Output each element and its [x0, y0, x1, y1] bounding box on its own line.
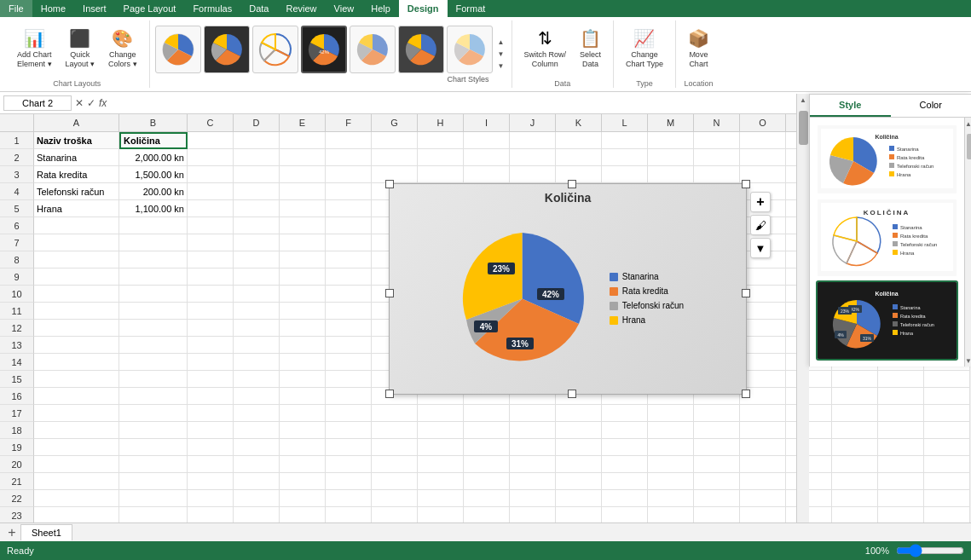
tab-help[interactable]: Help: [362, 0, 399, 17]
cell-d21[interactable]: [234, 473, 280, 490]
add-chart-element-button[interactable]: 📊 Add ChartElement ▾: [12, 25, 57, 72]
cell-g2[interactable]: [372, 149, 418, 166]
cell-c7[interactable]: [188, 234, 234, 251]
cell-c17[interactable]: [188, 405, 234, 422]
cell-d3[interactable]: [234, 166, 280, 183]
cell-n17[interactable]: [694, 405, 740, 422]
row-num-6[interactable]: 6: [0, 217, 34, 234]
cell-h20[interactable]: [418, 456, 464, 473]
handle-bottom-left[interactable]: [385, 390, 394, 398]
cell-b5[interactable]: 1,100.00 kn: [119, 200, 188, 217]
cell-e12[interactable]: [280, 320, 326, 337]
cell-k17[interactable]: [556, 405, 602, 422]
cell-a13[interactable]: [34, 337, 119, 354]
cell-f7[interactable]: [326, 234, 372, 251]
scroll-up-btn[interactable]: ▲: [797, 94, 809, 107]
cell-g1[interactable]: [372, 132, 418, 149]
cell-q17[interactable]: [832, 405, 878, 422]
cell-a14[interactable]: [34, 354, 119, 371]
cell-o2[interactable]: [740, 149, 786, 166]
cell-c9[interactable]: [188, 268, 234, 286]
cell-p20[interactable]: [786, 456, 832, 473]
cell-s21[interactable]: [924, 473, 970, 490]
cell-c6[interactable]: [188, 217, 234, 234]
tab-format[interactable]: Format: [448, 0, 494, 17]
cell-o23[interactable]: [740, 507, 786, 524]
cell-q23[interactable]: [832, 507, 878, 524]
cell-k21[interactable]: [556, 473, 602, 490]
cell-e16[interactable]: [280, 388, 326, 405]
col-header-b[interactable]: B: [119, 114, 188, 131]
cell-a6[interactable]: [34, 217, 119, 234]
scrollbar-track[interactable]: [797, 107, 809, 541]
handle-top-left[interactable]: [385, 180, 394, 188]
cell-q21[interactable]: [832, 473, 878, 490]
cell-d20[interactable]: [234, 456, 280, 473]
cell-c23[interactable]: [188, 507, 234, 524]
cell-f1[interactable]: [326, 132, 372, 149]
cell-d4[interactable]: [234, 183, 280, 200]
cell-g17[interactable]: [372, 405, 418, 422]
cell-e22[interactable]: [280, 490, 326, 507]
row-num-10[interactable]: 10: [0, 286, 34, 303]
col-header-o[interactable]: O: [740, 114, 786, 131]
row-num-17[interactable]: 17: [0, 405, 34, 422]
col-header-d[interactable]: D: [234, 114, 280, 131]
cell-b6[interactable]: [119, 217, 188, 234]
cell-e6[interactable]: [280, 217, 326, 234]
cell-d2[interactable]: [234, 149, 280, 166]
cell-s20[interactable]: [924, 456, 970, 473]
cell-c10[interactable]: [188, 286, 234, 303]
tab-view[interactable]: View: [326, 0, 363, 17]
cell-j20[interactable]: [510, 456, 556, 473]
cell-j17[interactable]: [510, 405, 556, 422]
chart-style-2[interactable]: [204, 26, 250, 73]
cell-a20[interactable]: [34, 456, 119, 473]
cell-a5[interactable]: Hrana: [34, 200, 119, 217]
cell-h3[interactable]: [418, 166, 464, 183]
cell-p22[interactable]: [786, 490, 832, 507]
cell-c15[interactable]: [188, 371, 234, 388]
handle-top-mid[interactable]: [568, 180, 576, 188]
cell-i23[interactable]: [464, 507, 510, 524]
cell-e17[interactable]: [280, 405, 326, 422]
cell-b19[interactable]: [119, 439, 188, 456]
cell-o11[interactable]: [740, 303, 786, 320]
cell-e11[interactable]: [280, 303, 326, 320]
cell-i21[interactable]: [464, 473, 510, 490]
cell-p21[interactable]: [786, 473, 832, 490]
cell-o15[interactable]: [740, 371, 786, 388]
cell-b10[interactable]: [119, 286, 188, 303]
cell-b23[interactable]: [119, 507, 188, 524]
cell-s19[interactable]: [924, 439, 970, 456]
cell-d9[interactable]: [234, 268, 280, 286]
col-header-j[interactable]: J: [510, 114, 556, 131]
style-option-3[interactable]: Količina 42% 31%: [816, 280, 958, 361]
handle-mid-right[interactable]: [742, 289, 750, 297]
cell-n22[interactable]: [694, 490, 740, 507]
cell-m19[interactable]: [648, 439, 694, 456]
cell-m23[interactable]: [648, 507, 694, 524]
chart-wrapper[interactable]: Količina: [389, 183, 747, 395]
cell-e18[interactable]: [280, 422, 326, 439]
tab-page-layout[interactable]: Page Layout: [115, 0, 185, 17]
cancel-formula-icon[interactable]: ✕: [75, 97, 84, 109]
cell-m20[interactable]: [648, 456, 694, 473]
cell-p18[interactable]: [786, 422, 832, 439]
cell-d1[interactable]: [234, 132, 280, 149]
cell-n1[interactable]: [694, 132, 740, 149]
cell-c22[interactable]: [188, 490, 234, 507]
cell-q15[interactable]: [832, 371, 878, 388]
cell-f17[interactable]: [326, 405, 372, 422]
gallery-scroll-up[interactable]: ▲: [496, 37, 506, 48]
cell-d7[interactable]: [234, 234, 280, 251]
cell-e15[interactable]: [280, 371, 326, 388]
cell-k23[interactable]: [556, 507, 602, 524]
cell-e13[interactable]: [280, 337, 326, 354]
add-element-float-btn[interactable]: +: [750, 192, 771, 212]
cell-h22[interactable]: [418, 490, 464, 507]
cell-q18[interactable]: [832, 422, 878, 439]
cell-o18[interactable]: [740, 422, 786, 439]
cell-h1[interactable]: [418, 132, 464, 149]
cell-a11[interactable]: [34, 303, 119, 320]
